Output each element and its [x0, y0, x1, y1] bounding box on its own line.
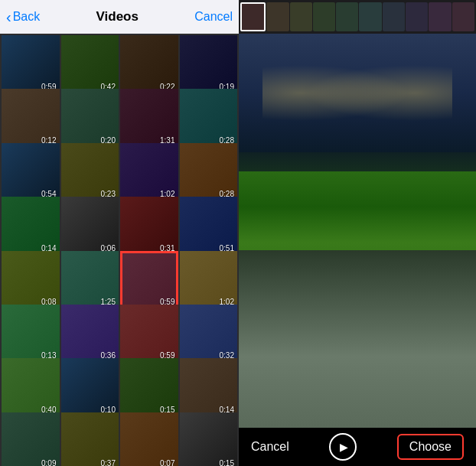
video-thumb-23[interactable]: 0:59	[120, 305, 178, 363]
play-button[interactable]: ▶	[329, 433, 357, 461]
video-thumb-13[interactable]: 0:14	[2, 197, 60, 255]
video-thumb-21[interactable]: 0:13	[2, 305, 60, 363]
video-thumb-29[interactable]: 0:09	[2, 412, 60, 466]
choose-button[interactable]: Choose	[397, 434, 464, 460]
film-frame-5[interactable]	[359, 2, 381, 31]
duration-label: 0:15	[220, 459, 234, 466]
video-thumb-20[interactable]: 1:02	[180, 251, 238, 309]
video-thumb-4[interactable]: 0:19	[180, 35, 238, 93]
video-thumb-15[interactable]: 0:31	[120, 197, 178, 255]
video-thumb-9[interactable]: 0:54	[2, 143, 60, 201]
video-thumb-18[interactable]: 1:25	[61, 251, 119, 309]
video-thumb-3[interactable]: 0:22	[120, 35, 178, 93]
video-thumb-12[interactable]: 0:28	[180, 143, 238, 201]
film-frame-3[interactable]	[313, 2, 335, 31]
left-panel: ‹ Back Videos Cancel 0:590:420:220:190:1…	[0, 0, 239, 466]
preview-area	[239, 34, 476, 428]
film-frame-0[interactable]	[240, 2, 266, 31]
back-label: Back	[13, 10, 41, 24]
video-thumb-31[interactable]: 0:07	[120, 412, 178, 466]
preview-cancel-button[interactable]: Cancel	[251, 440, 289, 454]
video-thumb-7[interactable]: 1:31	[120, 89, 178, 147]
film-frame-1[interactable]	[266, 2, 289, 31]
play-icon: ▶	[340, 441, 348, 453]
video-thumb-30[interactable]: 0:37	[61, 412, 119, 466]
film-frame-4[interactable]	[336, 2, 358, 31]
video-thumb-27[interactable]: 0:15	[120, 358, 178, 416]
video-thumb-14[interactable]: 0:06	[61, 197, 119, 255]
right-panel: Cancel ▶ Choose	[239, 0, 476, 466]
video-thumb-32[interactable]: 0:15	[180, 412, 238, 466]
chevron-left-icon: ‹	[6, 8, 11, 26]
video-thumb-24[interactable]: 0:32	[180, 305, 238, 363]
video-grid: 0:590:420:220:190:120:201:310:280:540:23…	[0, 34, 239, 466]
film-frame-8[interactable]	[429, 2, 451, 31]
film-frame-9[interactable]	[452, 2, 474, 31]
video-thumb-17[interactable]: 0:08	[2, 251, 60, 309]
page-title: Videos	[96, 9, 139, 24]
duration-label: 0:09	[41, 459, 56, 466]
thumb-bg-31	[120, 412, 178, 466]
duration-label: 0:07	[160, 459, 174, 466]
stadium-preview	[239, 34, 476, 428]
back-button[interactable]: ‹ Back	[6, 8, 40, 26]
duration-label: 0:37	[101, 459, 116, 466]
video-thumb-5[interactable]: 0:12	[2, 89, 60, 147]
crowd-bottom	[239, 250, 476, 428]
video-thumb-11[interactable]: 1:02	[120, 143, 178, 201]
bottom-bar: Cancel ▶ Choose	[239, 428, 476, 466]
thumb-bg-29	[2, 412, 60, 466]
nav-bar: ‹ Back Videos Cancel	[0, 0, 239, 34]
video-thumb-22[interactable]: 0:36	[61, 305, 119, 363]
thumb-bg-32	[180, 412, 238, 466]
video-thumb-28[interactable]: 0:14	[180, 358, 238, 416]
video-thumb-2[interactable]: 0:42	[61, 35, 119, 93]
video-thumb-6[interactable]: 0:20	[61, 89, 119, 147]
video-thumb-10[interactable]: 0:23	[61, 143, 119, 201]
nav-cancel-button[interactable]: Cancel	[194, 10, 233, 24]
video-thumb-1[interactable]: 0:59	[2, 35, 60, 93]
video-thumb-8[interactable]: 0:28	[180, 89, 238, 147]
video-thumb-16[interactable]: 0:51	[180, 197, 238, 255]
film-frame-6[interactable]	[383, 2, 405, 31]
film-frame-7[interactable]	[406, 2, 428, 31]
thumb-bg-30	[61, 412, 119, 466]
video-thumb-19[interactable]: 0:59	[120, 251, 178, 309]
video-thumb-25[interactable]: 0:40	[2, 358, 60, 416]
film-frame-2[interactable]	[290, 2, 312, 31]
film-strip	[239, 0, 476, 34]
stadium-lights	[262, 54, 452, 132]
video-thumb-26[interactable]: 0:10	[61, 358, 119, 416]
